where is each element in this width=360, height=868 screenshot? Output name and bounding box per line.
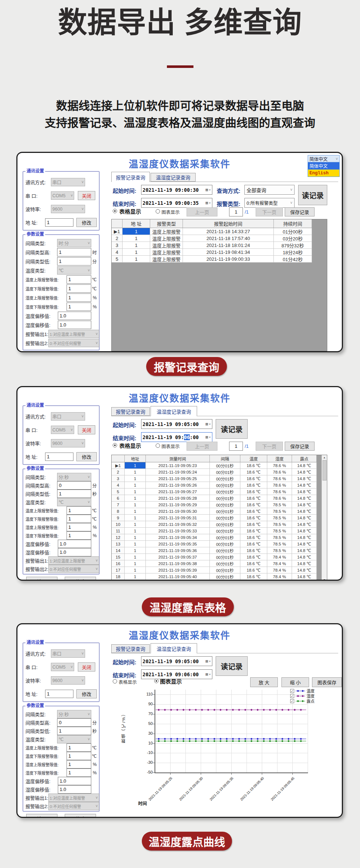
table-row[interactable]: 812021-11-19 09:05:3000分01秒18.6 ℃78.5 %1… — [112, 508, 327, 515]
read-records-button[interactable]: 读记录 — [298, 185, 327, 205]
param-input[interactable]: 1 — [67, 523, 91, 531]
address-input[interactable]: 1 — [45, 218, 73, 227]
language-selected[interactable]: 简体中文˅ — [308, 155, 340, 162]
param-input[interactable]: 0 — [57, 718, 91, 727]
column-header[interactable]: 露点 — [292, 455, 317, 462]
table-row[interactable]: 51温度上限报警2021-11-19 09:00:3301分42秒 — [112, 256, 327, 263]
param-input[interactable]: 1 — [67, 760, 91, 768]
param-input[interactable]: 1 — [67, 293, 91, 302]
scroll-down-icon[interactable]: ▼ — [322, 577, 327, 581]
param-input[interactable]: 1 — [67, 768, 91, 777]
start-time-input[interactable]: 2021-11-19 09:05:00▦▾ — [141, 656, 212, 666]
save-records-button[interactable]: 保存记录 — [285, 207, 315, 216]
calendar-icon[interactable]: ▦ — [205, 672, 208, 677]
language-combobox[interactable]: 简体中文˅ 简体中文 English — [308, 155, 340, 177]
table-row[interactable]: ▶112021-11-19 09:05:2300分01秒18.6 ℃78.6 %… — [112, 462, 327, 469]
param-input[interactable]: 1.0 — [58, 312, 91, 320]
param-input[interactable]: 0 — [57, 481, 91, 490]
column-header[interactable]: 报警类型 — [150, 219, 183, 228]
param-input[interactable]: 1.0 — [58, 548, 91, 556]
chart-view-radio[interactable] — [156, 209, 160, 214]
column-header[interactable]: 间隔 — [210, 455, 240, 462]
save-chart-button[interactable]: 图表保存 — [312, 677, 342, 687]
table-row[interactable]: 312021-11-19 09:05:2500分01秒18.6 ℃78.6 %1… — [112, 475, 327, 482]
calendar-icon[interactable]: ▦ — [205, 422, 208, 426]
dropdown-select[interactable]: 1:对应温度上限报警˅ — [48, 556, 99, 565]
table-view-radio[interactable] — [113, 209, 117, 213]
tab-record-query[interactable]: 温湿度记录查询 — [151, 643, 197, 653]
temperature-humidity-chart[interactable]: 1109070503010-10-30-502021-11-19 09:05:2… — [111, 687, 329, 817]
param-input[interactable]: 1.0 — [58, 777, 91, 785]
alarm-records-table[interactable]: 地 址报警类型报警起始时间持续时间▶11温度上限报警2021-11-18 14:… — [111, 219, 327, 351]
column-header[interactable]: 持续时间 — [274, 219, 312, 228]
save-records-button[interactable]: 保存记录 — [285, 442, 315, 451]
modify-params-button[interactable]: 修改 — [65, 577, 96, 581]
table-row[interactable]: 1312021-11-19 09:05:3500分01秒18.6 ℃78.5 %… — [112, 541, 327, 547]
param-input[interactable]: 1 — [67, 743, 91, 752]
legend-checkbox[interactable]: ✓ — [290, 699, 294, 703]
dropdown-select[interactable]: ℃˅ — [57, 735, 91, 743]
start-time-input[interactable]: 2021-11-19 09:00:30▦▾ — [141, 185, 212, 195]
column-header[interactable]: 测量时间 — [146, 455, 210, 462]
table-row[interactable]: 1512021-11-19 09:05:3700分01秒18.6 ℃78.4 %… — [112, 554, 327, 560]
dropdown-select[interactable]: ℃˅ — [57, 498, 91, 506]
address-input[interactable]: 1 — [45, 690, 73, 698]
dropdown-select[interactable]: 串口˅ — [51, 649, 85, 658]
dropdown-select[interactable]: 0:不对应任何报警˅ — [48, 802, 99, 810]
next-page-button[interactable]: 下一页 — [256, 207, 283, 216]
tab-alarm-query[interactable]: 报警记录查询 — [111, 407, 150, 416]
table-row[interactable]: 1612021-11-19 09:05:3800分01秒18.6 ℃78.4 %… — [112, 560, 327, 567]
legend-checkbox[interactable]: ✓ — [290, 689, 294, 693]
param-input[interactable]: 1 — [67, 531, 91, 540]
dropdown-select[interactable]: 0:不对应任何报警˅ — [48, 565, 99, 573]
table-row[interactable]: 212021-11-19 09:05:2400分01秒18.6 ℃78.6 %1… — [112, 469, 327, 475]
read-records-button[interactable]: 读记录 — [216, 656, 248, 676]
param-input[interactable]: 1 — [67, 506, 91, 515]
close-port-button[interactable]: 关闭 — [78, 191, 95, 200]
legend-checkbox[interactable]: ✓ — [290, 694, 294, 698]
read-params-button[interactable]: 读取 — [26, 577, 57, 581]
param-input[interactable]: 1 — [67, 515, 91, 523]
table-row[interactable]: 21温度上限报警2021-11-18 17:57:4003分20秒 — [112, 235, 327, 242]
modify-address-button[interactable]: 修改 — [76, 452, 97, 461]
read-records-button[interactable]: 读记录 — [216, 419, 248, 439]
dropdown-select[interactable]: 0:不对应任何报警˅ — [48, 339, 99, 347]
table-row[interactable]: 31温度上限报警2021-11-18 18:01:24879分32秒 — [112, 242, 327, 249]
table-row[interactable]: 612021-11-19 09:05:2800分01秒18.6 ℃78.6 %1… — [112, 495, 327, 502]
dropdown-select[interactable]: COM5˅ — [51, 191, 74, 200]
modify-address-button[interactable]: 修改 — [76, 689, 97, 698]
param-input[interactable]: 1 — [57, 490, 91, 498]
table-row[interactable]: 512021-11-19 09:05:2700分01秒18.6 ℃78.6 %1… — [112, 488, 327, 495]
table-row[interactable]: 1712021-11-19 09:05:3900分01秒18.6 ℃78.4 %… — [112, 567, 327, 573]
table-view-radio[interactable] — [113, 443, 117, 447]
table-row[interactable]: 712021-11-19 09:05:2900分01秒18.6 ℃78.5 %1… — [112, 502, 327, 508]
address-input[interactable]: 1 — [45, 453, 73, 461]
calendar-icon[interactable]: ▦ — [205, 187, 208, 192]
dropdown-select[interactable]: 分:秒˅ — [57, 710, 91, 718]
end-time-input[interactable]: 2021-11-19 09:06:00▦▾ — [141, 432, 212, 442]
dropdown-select[interactable]: 1:对应温度上限报警˅ — [48, 330, 99, 338]
dropdown-select[interactable]: 分:秒˅ — [57, 473, 91, 481]
column-header[interactable]: 温度 — [240, 455, 267, 462]
next-page-button[interactable]: 下一页 — [256, 442, 283, 451]
param-input[interactable]: 1 — [67, 303, 91, 311]
table-row[interactable]: 1812021-11-19 09:05:4000分01秒18.6 ℃78.4 %… — [112, 573, 327, 580]
prev-page-button[interactable]: 上一页 — [187, 442, 217, 451]
dropdown-select[interactable]: 9600˅ — [51, 439, 85, 447]
param-input[interactable]: 1 — [67, 284, 91, 293]
param-input[interactable]: 1 — [67, 275, 91, 284]
table-view-radio[interactable] — [113, 679, 117, 684]
table-row[interactable]: 41温度上限报警2021-11-19 08:41:3418分24秒 — [112, 249, 327, 256]
dropdown-select[interactable]: 时:分˅ — [57, 239, 91, 247]
dropdown-select[interactable]: 串口˅ — [51, 412, 85, 421]
vertical-scrollbar[interactable]: ▲▼ — [321, 455, 327, 581]
end-time-input[interactable]: 2021-11-19 09:00:35▦▾ — [141, 198, 212, 208]
page-number-input[interactable]: 1 — [229, 207, 243, 216]
chart-view-radio[interactable] — [154, 679, 159, 683]
tab-record-query[interactable]: 温湿度记录查询 — [151, 406, 197, 416]
close-port-button[interactable]: 关闭 — [78, 662, 95, 672]
scrollbar-thumb[interactable] — [323, 460, 327, 480]
dropdown-select[interactable]: 9600˅ — [51, 676, 85, 685]
tab-alarm-query[interactable]: 报警记录查询 — [111, 172, 150, 182]
read-params-button[interactable]: 读取 — [26, 814, 57, 818]
